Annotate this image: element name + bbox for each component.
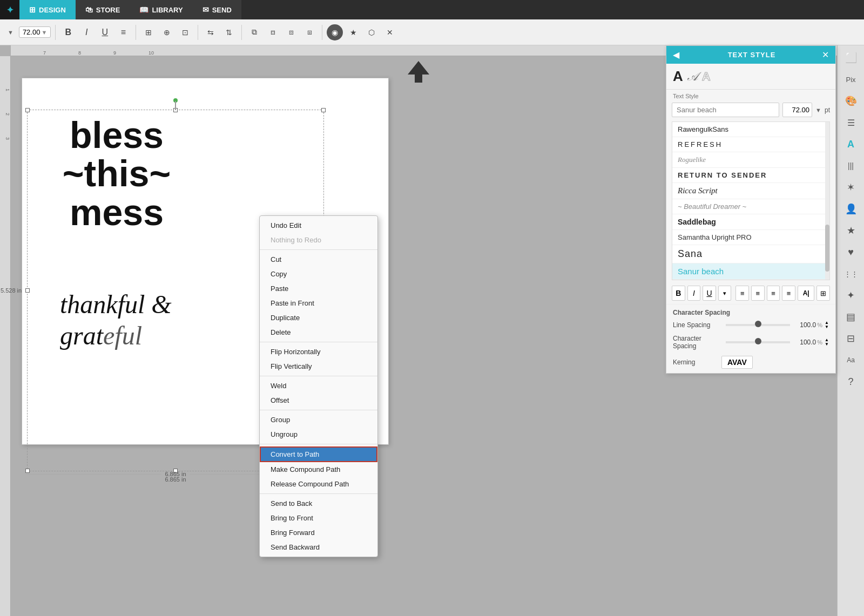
- sidebar-icon-featured[interactable]: ✦: [840, 285, 862, 306]
- bold-fmt-button[interactable]: B: [672, 286, 685, 301]
- more-format-button[interactable]: ⊞: [816, 286, 830, 301]
- char-spacing-slider[interactable]: [726, 341, 790, 343]
- font-size-box[interactable]: 72.00 ▼: [19, 26, 51, 38]
- front-back-1[interactable]: ⧉: [246, 24, 262, 40]
- ctx-send-back[interactable]: Send to Back: [260, 496, 377, 511]
- ctx-group[interactable]: Group: [260, 412, 377, 427]
- weld-button[interactable]: ◉: [327, 24, 343, 40]
- char-spacing-thumb[interactable]: [755, 338, 761, 344]
- close-button[interactable]: ✕: [382, 24, 398, 40]
- underline-dropdown[interactable]: ▾: [718, 286, 732, 301]
- col-layout-button[interactable]: ⊞: [140, 24, 157, 40]
- sidebar-icon-dots[interactable]: ⋮⋮: [840, 263, 862, 284]
- ctx-paste[interactable]: Paste: [260, 281, 377, 296]
- align-left-button[interactable]: ≡: [735, 286, 749, 301]
- align-right-button[interactable]: ≡: [767, 286, 780, 301]
- line-spacing-slider[interactable]: [726, 324, 790, 326]
- star-button[interactable]: ★: [345, 24, 361, 40]
- sidebar-icon-transform[interactable]: ✶: [840, 177, 862, 198]
- justify-button[interactable]: ≡: [782, 286, 795, 301]
- sidebar-icon-pixels[interactable]: Pix: [840, 69, 862, 90]
- multiline-button[interactable]: ≡: [115, 24, 131, 40]
- font-size-dropdown[interactable]: ▼: [4, 27, 17, 38]
- nav-tab-library[interactable]: 📖 LIBRARY: [130, 0, 192, 19]
- font-item-rawengulk[interactable]: RawengulkSans: [672, 122, 829, 137]
- sidebar-icon-help[interactable]: ?: [840, 371, 862, 392]
- italic-fmt-button[interactable]: I: [687, 286, 701, 301]
- position-button[interactable]: ⊕: [159, 24, 175, 40]
- sidebar-icon-text[interactable]: A: [840, 134, 862, 154]
- panel-tab-script[interactable]: 𝒜: [687, 70, 698, 84]
- ctx-paste-front[interactable]: Paste in Front: [260, 296, 377, 310]
- sidebar-icon-layers2[interactable]: ▤: [840, 307, 862, 327]
- ctx-flip-h[interactable]: Flip Horizontally: [260, 344, 377, 359]
- ctx-release-compound[interactable]: Release Compound Path: [260, 477, 377, 491]
- sidebar-icon-heart[interactable]: ♥: [840, 242, 862, 262]
- flip-v-button[interactable]: ⇅: [221, 24, 237, 40]
- upload-button[interactable]: [405, 58, 432, 87]
- ctx-offset[interactable]: Offset: [260, 393, 377, 408]
- kerning-icon[interactable]: AVAV: [721, 356, 753, 369]
- nav-tab-send[interactable]: ✉ SEND: [193, 0, 241, 19]
- underline-fmt-button[interactable]: U: [703, 286, 716, 301]
- bold-button[interactable]: B: [60, 24, 76, 40]
- panel-close-button[interactable]: ✕: [822, 50, 829, 60]
- font-size-input[interactable]: [782, 103, 812, 117]
- sidebar-icon-shadow[interactable]: 👤: [840, 199, 862, 219]
- front-back-3[interactable]: ⧇: [283, 24, 299, 40]
- cube-button[interactable]: ⬡: [363, 24, 380, 40]
- dropdown-arrow-font[interactable]: ▼: [815, 107, 821, 113]
- font-item-samantha[interactable]: Samantha Upright PRO: [672, 230, 829, 245]
- font-item-roguelike[interactable]: Roguelike: [672, 152, 829, 168]
- font-list[interactable]: RawengulkSans REFRESH Roguelike RETURN T…: [672, 121, 830, 280]
- sidebar-icon-grid[interactable]: ⊟: [840, 328, 862, 349]
- sidebar-icon-textpanel[interactable]: Aa: [840, 350, 862, 370]
- ctx-make-compound[interactable]: Make Compound Path: [260, 462, 377, 477]
- nav-tab-store[interactable]: 🛍 STORE: [76, 0, 130, 19]
- ctx-ungroup[interactable]: Ungroup: [260, 427, 377, 442]
- ctx-duplicate[interactable]: Duplicate: [260, 310, 377, 325]
- ctx-undo-edit[interactable]: Undo Edit: [260, 218, 377, 233]
- font-item-dreamer[interactable]: ~ Beautiful Dreamer ~: [672, 199, 829, 214]
- ctx-send-backward[interactable]: Send Backward: [260, 540, 377, 554]
- front-back-2[interactable]: ⧈: [265, 24, 281, 40]
- sidebar-icon-color[interactable]: 🎨: [840, 91, 862, 111]
- sidebar-icon-star[interactable]: ★: [840, 220, 862, 241]
- ctx-bring-front[interactable]: Bring to Front: [260, 511, 377, 525]
- sidebar-icon-align[interactable]: ☰: [840, 112, 862, 133]
- front-back-4[interactable]: ⧆: [301, 24, 318, 40]
- font-list-scrollbar-thumb[interactable]: [825, 225, 829, 272]
- font-item-sana[interactable]: Sana: [672, 245, 829, 263]
- font-item-refresh[interactable]: REFRESH: [672, 137, 829, 152]
- ctx-convert-path[interactable]: Convert to Path: [260, 446, 377, 462]
- ctx-delete[interactable]: Delete: [260, 325, 377, 340]
- font-item-ricca[interactable]: Ricca Script: [672, 183, 829, 199]
- flip-h-button[interactable]: ⇆: [202, 24, 219, 40]
- handle-bl[interactable]: [25, 469, 30, 473]
- ctx-bring-forward[interactable]: Bring Forward: [260, 525, 377, 540]
- app-logo[interactable]: ✦: [0, 0, 19, 19]
- sidebar-icon-layers[interactable]: |||: [840, 155, 862, 176]
- handle-bc[interactable]: [173, 469, 178, 473]
- panel-tab-outline[interactable]: A: [702, 70, 711, 84]
- italic-button[interactable]: I: [78, 24, 94, 40]
- panel-collapse-arrow[interactable]: ◀: [673, 50, 681, 60]
- sidebar-icon-shapes[interactable]: ⬜: [840, 48, 862, 68]
- font-item-sanur[interactable]: Sanur beach: [672, 263, 829, 280]
- ctx-copy[interactable]: Copy: [260, 267, 377, 281]
- font-name-input[interactable]: [672, 103, 779, 117]
- font-item-saddlebag[interactable]: Saddlebag: [672, 214, 829, 230]
- underline-button[interactable]: U: [97, 24, 113, 40]
- font-list-scrollbar[interactable]: [825, 122, 829, 280]
- line-spacing-thumb[interactable]: [755, 321, 761, 327]
- align-button[interactable]: ⊡: [177, 24, 193, 40]
- ctx-weld[interactable]: Weld: [260, 378, 377, 393]
- panel-tab-plain[interactable]: A: [673, 68, 683, 85]
- char-spacing-stepper[interactable]: ▲ ▼: [825, 338, 829, 347]
- align-center-button[interactable]: ≡: [751, 286, 765, 301]
- ctx-flip-v[interactable]: Flip Vertically: [260, 359, 377, 374]
- ctx-cut[interactable]: Cut: [260, 252, 377, 267]
- nav-tab-design[interactable]: ⊞ DESIGN: [19, 0, 76, 19]
- line-spacing-stepper[interactable]: ▲ ▼: [825, 321, 829, 329]
- font-item-return[interactable]: RETURN TO SENDER: [672, 168, 829, 183]
